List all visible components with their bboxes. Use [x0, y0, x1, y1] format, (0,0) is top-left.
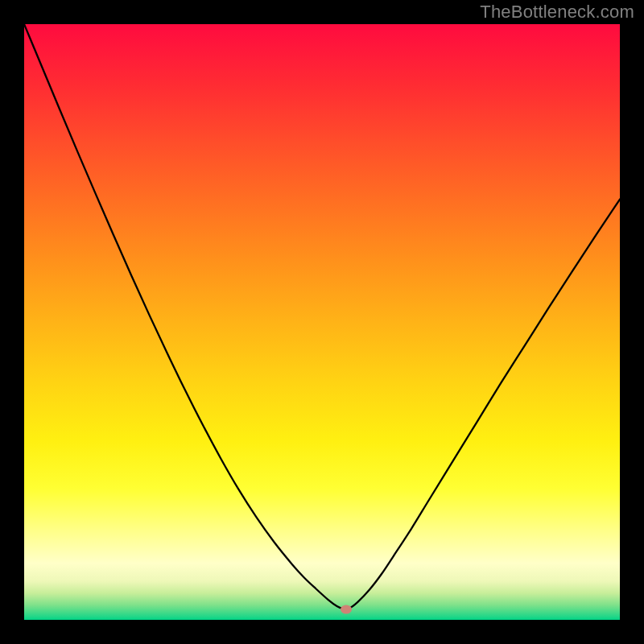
bottleneck-chart — [24, 24, 620, 620]
chart-frame: TheBottleneck.com — [0, 0, 644, 644]
chart-background — [24, 24, 620, 620]
optimal-point-marker — [341, 605, 352, 614]
attribution-text: TheBottleneck.com — [480, 2, 634, 23]
